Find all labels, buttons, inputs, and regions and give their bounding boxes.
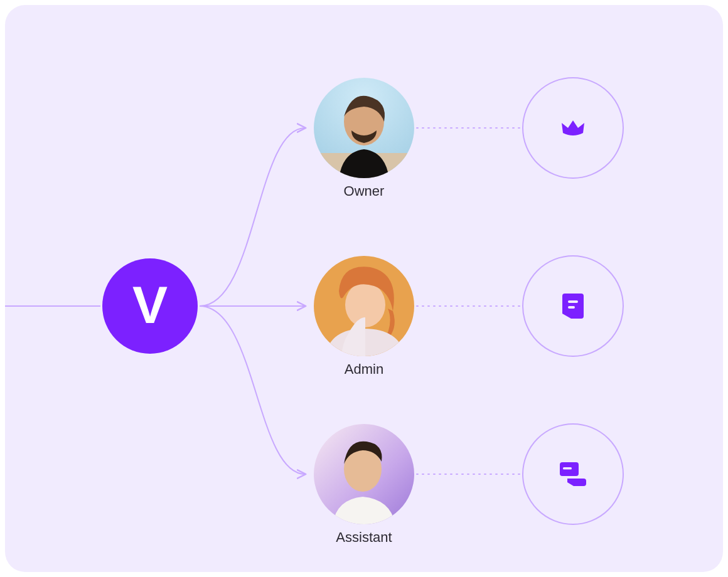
permission-admin <box>522 255 624 357</box>
avatar-admin <box>314 256 414 356</box>
permission-circle <box>522 423 624 525</box>
role-owner-label: Owner <box>314 183 414 199</box>
permission-owner <box>522 77 624 179</box>
role-admin-label: Admin <box>314 361 414 378</box>
diagram-card: V Owner <box>5 5 723 572</box>
brand-logo: V <box>102 258 198 354</box>
cards-icon <box>560 462 586 486</box>
document-icon <box>562 294 584 319</box>
role-assistant-label: Assistant <box>314 529 414 546</box>
permission-circle <box>522 77 624 179</box>
brand-letter: V <box>132 278 168 331</box>
permission-circle <box>522 255 624 357</box>
role-admin <box>314 256 414 356</box>
permission-assistant <box>522 423 624 525</box>
avatar-assistant <box>314 424 414 524</box>
svg-rect-7 <box>568 300 578 303</box>
svg-rect-8 <box>568 306 575 309</box>
role-owner <box>314 78 414 178</box>
svg-rect-10 <box>563 467 572 470</box>
role-assistant <box>314 424 414 524</box>
brand-node: V <box>102 258 198 354</box>
crown-icon <box>559 114 587 142</box>
avatar-owner <box>314 78 414 178</box>
